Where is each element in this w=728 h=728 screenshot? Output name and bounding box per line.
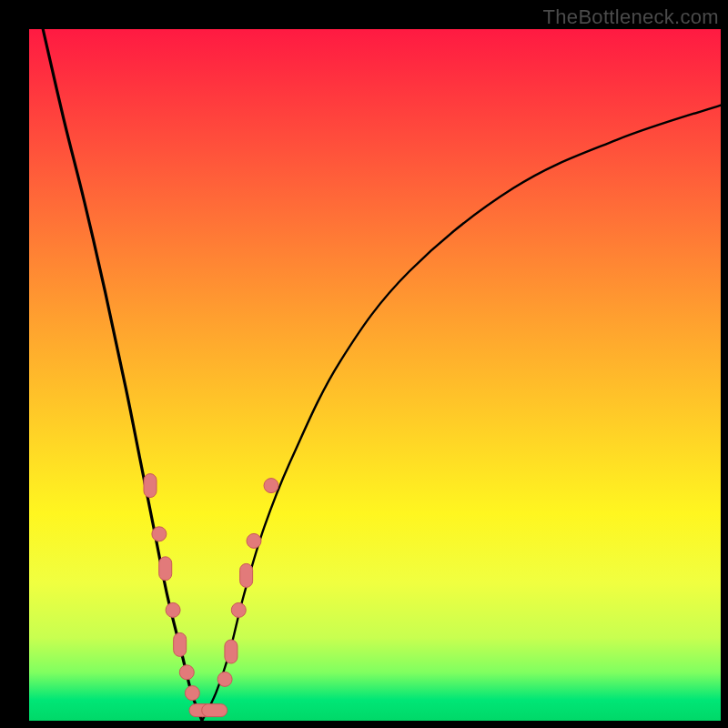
marker-layer (144, 474, 278, 717)
curve-right-branch (202, 106, 721, 721)
sample-marker (247, 533, 261, 548)
chart-svg (29, 29, 721, 721)
curve-left-branch (43, 29, 202, 721)
sample-marker (185, 686, 199, 701)
sample-marker (231, 602, 246, 617)
chart-frame: TheBottleneck.com (0, 0, 728, 728)
sample-marker (159, 557, 172, 581)
sample-marker (152, 527, 167, 541)
sample-marker (264, 479, 278, 493)
sample-marker (144, 474, 157, 498)
sample-marker (174, 632, 187, 656)
watermark-label: TheBottleneck.com (543, 5, 719, 29)
sample-marker (179, 665, 194, 680)
sample-marker (202, 704, 228, 717)
sample-marker (240, 563, 253, 587)
sample-marker (166, 602, 180, 617)
sample-marker (217, 672, 232, 686)
plot-area (29, 29, 721, 721)
sample-marker (225, 640, 238, 663)
curve-layer (43, 29, 721, 721)
